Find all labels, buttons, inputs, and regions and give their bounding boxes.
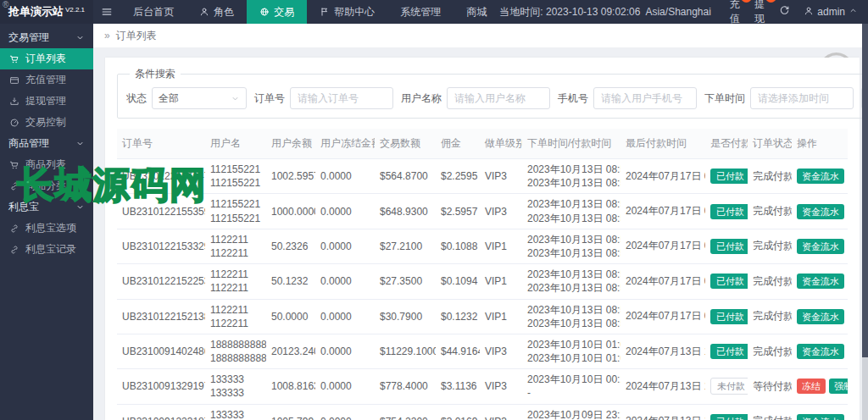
user-name-input[interactable]: [447, 87, 550, 109]
recharge-link[interactable]: 充值 3: [730, 0, 741, 26]
paid-status-badge: 已付款: [710, 169, 748, 184]
order-row: UB23101221561471451121552211121552211002…: [117, 159, 848, 194]
commission-cell: $44.9164: [436, 334, 480, 368]
action-button-primary[interactable]: 强制付款: [829, 379, 848, 394]
username-cell: 1888888888818888888888: [205, 334, 266, 368]
last-pay-time-cell: 2024年07月13日 19:42:48: [620, 334, 705, 368]
sidebar-group-interest[interactable]: 利息宝: [0, 196, 93, 218]
order-no-cell: UB2310122152138206: [117, 299, 205, 334]
sidebar-group-trade-manage[interactable]: 交易管理: [0, 27, 93, 48]
paid-status-badge: 已付款: [710, 204, 748, 219]
paid-cell: 已付款: [705, 404, 748, 420]
sidebar-item-goods-category[interactable]: 商品分类: [0, 175, 93, 196]
order-status-cell: 完成付款: [748, 334, 792, 368]
order-no-cell: UB2310091329197737: [117, 369, 205, 404]
action-button-primary[interactable]: 资金流水: [797, 309, 844, 324]
paid-status-badge: 已付款: [710, 414, 748, 420]
actions-cell: 资金流水: [792, 159, 848, 194]
app-logo[interactable]: 抢单演示站V2.2.1: [0, 0, 93, 24]
status-select[interactable]: 全部: [152, 87, 247, 109]
nav-item-mall[interactable]: 商城: [453, 0, 499, 24]
order-row: UB23101221522535471122211112221150.12320…: [117, 264, 848, 299]
breadcrumb-label: 订单列表: [116, 29, 157, 43]
commission-cell: $3.0169: [436, 404, 480, 420]
balance-cell: 50.1232: [266, 264, 315, 299]
nav-item-roles[interactable]: 角色: [186, 0, 247, 24]
column-header: 是否付款: [705, 129, 748, 159]
username-cell: 112155221112155221: [205, 194, 266, 229]
action-button-primary[interactable]: 资金流水: [797, 239, 844, 254]
hamburger-icon: [101, 6, 113, 18]
paid-cell: 已付款: [705, 334, 748, 368]
order-row: UB23101221521382061122211112221150.00000…: [117, 299, 848, 334]
action-button-primary[interactable]: 资金流水: [797, 274, 844, 289]
frozen-amount-cell: 0.0000: [315, 404, 375, 420]
action-button-primary[interactable]: 资金流水: [797, 344, 844, 359]
order-status-cell: 完成付款: [748, 194, 792, 229]
vip-level-cell: VIP1: [480, 229, 522, 263]
chevron-down-icon: [75, 202, 85, 212]
action-button-danger[interactable]: 冻结: [797, 379, 826, 394]
last-pay-time-cell: 2024年07月17日 03:36:14: [620, 159, 705, 194]
chevron-down-icon: [75, 139, 85, 148]
vertical-scrollbar[interactable]: [862, 24, 868, 420]
column-header: 最后付款时间: [620, 129, 705, 159]
column-header: 下单时间/付款时间: [522, 129, 620, 159]
sidebar-toggle-button[interactable]: [93, 0, 120, 24]
actions-cell: 资金流水: [792, 404, 848, 420]
nav-item-trade[interactable]: 交易: [247, 0, 307, 24]
nav-item-home[interactable]: 后台首页: [120, 0, 186, 24]
nav-item-system[interactable]: 系统管理: [387, 0, 453, 24]
paid-cell: 已付款: [705, 299, 748, 334]
sidebar-item-recharge-manage[interactable]: 充值管理: [0, 69, 93, 91]
action-button-primary[interactable]: 资金流水: [797, 204, 844, 219]
breadcrumb-icon: »: [104, 30, 110, 41]
sidebar-item-trade-control[interactable]: 交易控制: [0, 112, 93, 133]
order-status-cell: 完成付款: [748, 264, 792, 299]
user-menu[interactable]: admin: [804, 6, 858, 19]
field-label: 手机号: [558, 91, 588, 106]
recharge-badge: 3: [741, 0, 752, 3]
sidebar: 交易管理订单列表充值管理提现管理交易控制商品管理商品列表商品分类利息宝利息宝选项…: [0, 24, 93, 420]
phone-input[interactable]: [593, 87, 697, 109]
order-status-cell: 完成付款: [748, 299, 792, 334]
commission-cell: $2.2595: [436, 159, 480, 194]
vip-level-cell: VIP3: [480, 194, 522, 229]
last-pay-time-cell: 2024年07月13日 19:09:19: [620, 369, 705, 404]
trade-amount-cell: $11229.1000: [375, 334, 436, 368]
withdraw-link[interactable]: 提现 0: [754, 0, 765, 26]
trade-amount-cell: $648.9300: [375, 194, 436, 229]
order-time-input[interactable]: [750, 87, 854, 109]
app-title: 抢单演示站: [8, 4, 64, 19]
gauge-icon: [9, 118, 19, 128]
sidebar-item-interest-options[interactable]: 利息宝选项: [0, 218, 93, 239]
order-time-cell: 2023年10月13日 08:55:352023年10月13日 08:55:45: [522, 194, 620, 229]
action-button-primary[interactable]: 资金流水: [797, 414, 844, 420]
nav-item-help[interactable]: 帮助中心: [307, 0, 387, 24]
actions-cell: 资金流水: [792, 194, 848, 229]
sidebar-item-withdraw-manage[interactable]: 提现管理: [0, 91, 93, 112]
sidebar-item-goods-list[interactable]: 商品列表: [0, 154, 93, 175]
balance-cell: 20123.2405: [266, 334, 315, 368]
scrollbar-thumb[interactable]: [862, 24, 868, 357]
frozen-amount-cell: 0.0000: [315, 299, 375, 334]
paid-cell: 已付款: [705, 264, 748, 299]
sidebar-group-goods-manage[interactable]: 商品管理: [0, 133, 93, 154]
cart-icon: [9, 54, 19, 64]
trade-amount-cell: $30.7900: [375, 299, 436, 334]
refresh-button[interactable]: [779, 5, 790, 19]
order-row: UB23100912231875821333331333331005.79940…: [117, 404, 848, 420]
last-pay-time-cell: 2024年07月13日 18:03:18: [620, 404, 705, 420]
username-cell: 133333133333: [205, 404, 266, 420]
sidebar-item-interest-records[interactable]: 利息宝记录: [0, 239, 93, 260]
field-label: 下单时间: [704, 91, 745, 106]
balance-cell: 50.2326: [266, 229, 315, 263]
actions-cell: 冻结强制付款取消订单: [792, 369, 848, 404]
vip-level-cell: VIP1: [480, 299, 522, 334]
order-status-cell: 完成付款: [748, 229, 792, 263]
sidebar-item-order-list[interactable]: 订单列表: [0, 48, 93, 69]
link-icon: [9, 245, 19, 255]
actions-cell: 资金流水: [792, 229, 848, 263]
order-no-input[interactable]: [290, 87, 393, 109]
action-button-primary[interactable]: 资金流水: [797, 169, 844, 184]
